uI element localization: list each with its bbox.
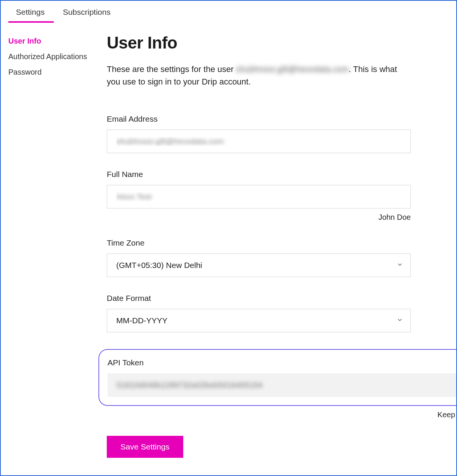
dateformat-select[interactable]: MM-DD-YYYY (107, 309, 411, 332)
api-token-highlight: API Token 51810d048b1289732a02beb5016465… (98, 349, 457, 406)
email-label: Email Address (107, 114, 411, 124)
field-timezone: Time Zone (GMT+05:30) New Delhi (107, 238, 411, 277)
timezone-select[interactable]: (GMT+05:30) New Delhi (107, 254, 411, 277)
sidebar-item-user-info[interactable]: User Info (8, 33, 107, 49)
content: User Info These are the settings for the… (107, 33, 449, 458)
email-input[interactable] (107, 130, 411, 153)
top-tabs: Settings Subscriptions (1, 1, 456, 23)
field-fullname: Full Name John Doe (107, 170, 411, 222)
fullname-hint: John Doe (107, 213, 411, 222)
fullname-label: Full Name (107, 170, 411, 179)
dateformat-value: MM-DD-YYYY (107, 309, 411, 332)
app-frame: Settings Subscriptions User Info Authori… (0, 0, 457, 476)
apitoken-value[interactable]: 51810d048b1289732a02beb5016465194 (108, 373, 457, 397)
tab-subscriptions[interactable]: Subscriptions (63, 8, 111, 23)
fullname-input[interactable] (107, 185, 411, 208)
sidebar-item-authorized-applications[interactable]: Authorized Applications (8, 49, 107, 64)
field-email: Email Address (107, 114, 411, 153)
sidebar: User Info Authorized Applications Passwo… (8, 33, 107, 458)
desc-prefix: These are the settings for the user (107, 64, 236, 74)
sidebar-item-password[interactable]: Password (8, 64, 107, 80)
apitoken-hint: Keep this a secret! (107, 410, 457, 419)
apitoken-label: API Token (108, 358, 457, 367)
desc-email-masked: shubhnoor.gilt@hevodata.com (236, 64, 349, 74)
page-title: User Info (107, 33, 411, 52)
timezone-value: (GMT+05:30) New Delhi (107, 254, 411, 277)
field-dateformat: Date Format MM-DD-YYYY (107, 294, 411, 332)
save-settings-button[interactable]: Save Settings (107, 436, 183, 458)
main-layout: User Info Authorized Applications Passwo… (1, 23, 456, 458)
timezone-label: Time Zone (107, 238, 411, 247)
dateformat-label: Date Format (107, 294, 411, 303)
tab-settings[interactable]: Settings (16, 8, 45, 23)
page-description: These are the settings for the user shub… (107, 63, 411, 88)
